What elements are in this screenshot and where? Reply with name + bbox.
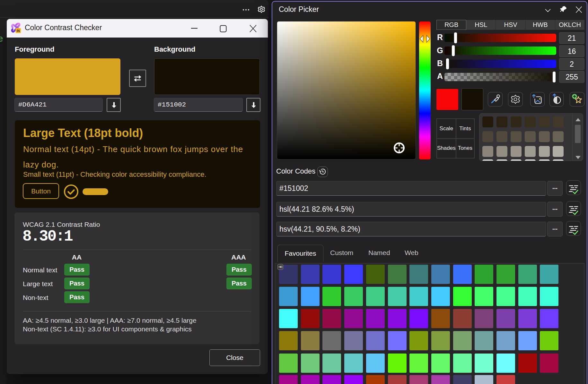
svg-text:IN: IN [17, 29, 20, 33]
